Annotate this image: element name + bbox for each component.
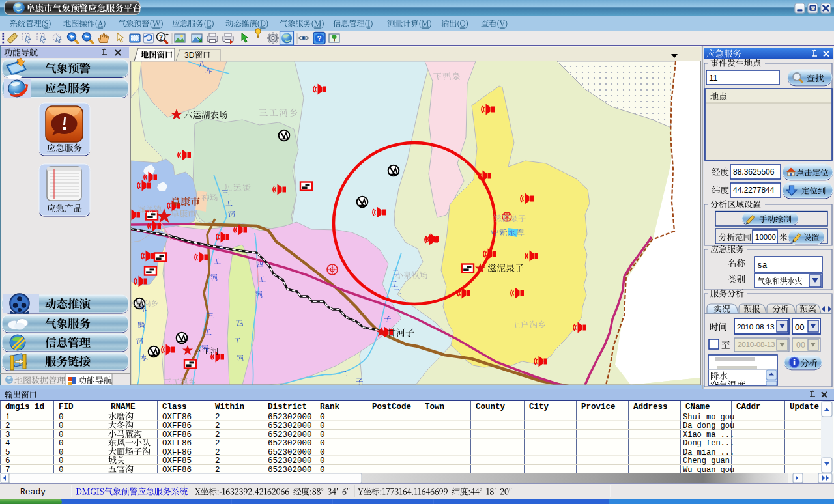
svg-text:0: 0	[320, 456, 325, 466]
svg-text:652302000: 652302000	[268, 439, 312, 448]
svg-text:Within: Within	[215, 402, 244, 412]
svg-text:3D: 3D	[184, 51, 195, 60]
svg-text:2: 2	[215, 421, 220, 430]
svg-text:Address: Address	[633, 402, 668, 412]
svg-text:Update: Update	[790, 402, 819, 412]
svg-text:PostCode: PostCode	[372, 402, 411, 412]
svg-text:Da dong gou: Da dong gou	[683, 421, 734, 430]
svg-text:2: 2	[215, 413, 220, 422]
svg-text:44.2277844: 44.2277844	[733, 186, 775, 195]
svg-text:2010-08-13: 2010-08-13	[738, 340, 775, 349]
svg-text:0: 0	[59, 439, 64, 448]
svg-text:Ready: Ready	[20, 487, 46, 497]
svg-text:0: 0	[59, 430, 64, 440]
svg-text:Da mian ...: Da mian ...	[683, 448, 734, 457]
svg-text:652302000: 652302000	[268, 413, 312, 422]
svg-text:88.3625506: 88.3625506	[733, 167, 775, 176]
svg-text:11: 11	[709, 73, 718, 83]
svg-text:Rank: Rank	[320, 402, 340, 412]
svg-text:0: 0	[320, 439, 325, 448]
svg-text:1: 1	[5, 413, 10, 422]
svg-text:652302000: 652302000	[268, 456, 312, 466]
svg-text:OXFF86: OXFF86	[162, 413, 192, 422]
svg-text:Provice: Provice	[581, 402, 616, 412]
svg-text:Town: Town	[425, 402, 444, 412]
svg-text:?: ?	[159, 34, 163, 41]
svg-text:2: 2	[5, 421, 10, 430]
svg-text:OXFF86: OXFF86	[162, 430, 192, 440]
svg-text:0: 0	[59, 448, 64, 457]
svg-text:OXFF86: OXFF86	[162, 421, 192, 430]
svg-text:2010-08-13: 2010-08-13	[737, 322, 775, 331]
svg-text:652302000: 652302000	[268, 448, 312, 457]
svg-text:OXFF86: OXFF86	[162, 439, 192, 448]
svg-text:3: 3	[5, 430, 10, 440]
svg-text:00: 00	[796, 341, 805, 350]
svg-text:County: County	[476, 402, 506, 412]
svg-text:00: 00	[795, 322, 804, 332]
svg-text:City: City	[529, 402, 549, 412]
svg-text:0: 0	[320, 448, 325, 457]
svg-text:RNAME: RNAME	[111, 402, 136, 412]
svg-text:6: 6	[5, 456, 10, 466]
svg-text:FID: FID	[59, 402, 74, 412]
svg-text:0: 0	[320, 413, 325, 422]
svg-text:Cheng guan: Cheng guan	[683, 456, 730, 466]
svg-text:Xiao ma ...: Xiao ma ...	[683, 430, 734, 440]
svg-text:652302000: 652302000	[268, 421, 312, 430]
svg-text:?: ?	[317, 35, 321, 42]
svg-text:10000: 10000	[755, 233, 776, 241]
svg-text:OXFF85: OXFF85	[162, 456, 192, 466]
svg-text:sa: sa	[757, 260, 768, 270]
svg-text:Dong fen...: Dong fen...	[683, 439, 734, 448]
svg-text:OXFF86: OXFF86	[162, 448, 192, 457]
svg-text:CName: CName	[685, 402, 710, 412]
svg-text:Shui mo gou: Shui mo gou	[683, 413, 734, 422]
svg-text:5: 5	[5, 448, 10, 457]
svg-text:0: 0	[320, 421, 325, 430]
svg-text:2: 2	[215, 439, 220, 448]
svg-text:dmgis_id: dmgis_id	[5, 402, 44, 412]
svg-text:0: 0	[59, 456, 64, 466]
svg-text:2: 2	[215, 448, 220, 457]
svg-text:0: 0	[59, 413, 64, 422]
svg-text:0: 0	[59, 421, 64, 430]
svg-text:District: District	[268, 402, 307, 412]
svg-text:652302000: 652302000	[268, 430, 312, 440]
svg-text:2: 2	[215, 456, 220, 466]
svg-text:4: 4	[5, 439, 10, 448]
svg-text:Class: Class	[162, 402, 187, 412]
svg-text:CAddr: CAddr	[736, 402, 761, 412]
svg-text:2: 2	[215, 430, 220, 440]
svg-text:0: 0	[320, 430, 325, 440]
